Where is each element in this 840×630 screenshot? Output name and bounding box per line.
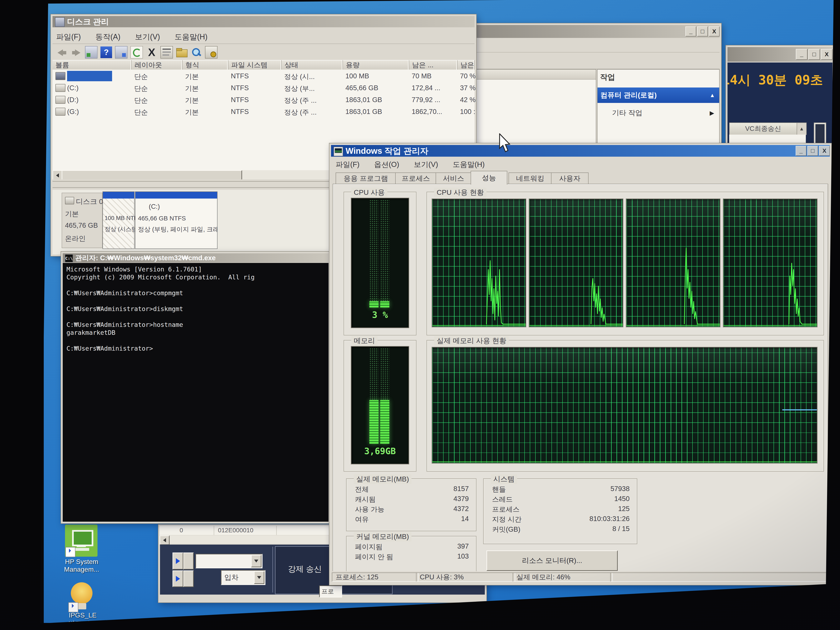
vc-column-header[interactable]: VC최종송신 — [729, 123, 797, 135]
send-label: 강제 송신 — [288, 564, 322, 575]
play-button-2[interactable] — [172, 570, 183, 587]
volume-row[interactable]: (G:) 단순 기본 NTFS 정상 (주 ... 1863,01 GB 186… — [52, 106, 475, 118]
maximize-button[interactable]: □ — [808, 49, 820, 60]
cpu-gauge: 3 % — [351, 198, 409, 328]
performance-panel: CPU 사용 3 % CPU 사용 현황 메모리 3,69 — [333, 184, 828, 572]
cmd-content[interactable]: Microsoft Windows [Version 6.1.7601] Cop… — [63, 263, 328, 522]
menu-file[interactable]: 파일(F) — [56, 32, 81, 42]
partial-box[interactable]: 프로 — [319, 586, 342, 597]
close-button[interactable]: X — [819, 146, 830, 156]
blank-button-1[interactable] — [183, 553, 194, 570]
compmgmt-titlebar[interactable]: _ □ X — [471, 25, 720, 38]
cmd-window: C:\ 관리자: C:₩Windows₩system32₩cmd.exe Mic… — [61, 252, 330, 523]
menu-file[interactable]: 파일(F) — [336, 159, 360, 169]
panes-icon[interactable] — [115, 46, 128, 58]
partition-c[interactable]: (C:) 465,66 GB NTFS 정상 (부팅, 페이지 파일, 크래 — [135, 191, 218, 249]
partition-system[interactable]: 100 MB NTFS 정상 (시스템, 활성 — [103, 191, 134, 249]
minimize-button[interactable]: _ — [796, 146, 807, 156]
play-button-1[interactable] — [172, 553, 183, 570]
volume-row[interactable]: 단순 기본 NTFS 정상 (시... 100 MB 70 MB 70 % — [52, 70, 475, 82]
taskmgr-menubar[interactable]: 파일(F) 옵션(O) 보기(V) 도움말(H) — [336, 158, 485, 171]
menu-view[interactable]: 보기(V) — [135, 32, 160, 42]
maximize-button[interactable]: □ — [697, 27, 708, 36]
scroll-thumb[interactable] — [62, 170, 242, 181]
compmgmt-toolbar[interactable] — [471, 52, 720, 69]
memory-gauge-group: 메모리 3,69GB — [344, 340, 417, 472]
menu-help[interactable]: 도움말(H) — [453, 159, 485, 169]
properties-icon[interactable] — [160, 46, 173, 58]
cmd-icon: C:\ — [65, 254, 73, 262]
selection-highlight — [67, 71, 112, 81]
maximize-button[interactable]: □ — [807, 146, 818, 156]
tab-processes[interactable]: 프로세스 — [395, 172, 436, 184]
tab-applications[interactable]: 응용 프로그램 — [336, 172, 396, 184]
volume-row[interactable]: (D:) 단순 기본 NTFS 정상 (주 ... 1863,01 GB 779… — [52, 94, 475, 106]
menu-help[interactable]: 도움말(H) — [175, 32, 207, 42]
task-manager-window: Windows 작업 관리자 _ □ X 파일(F) 옵션(O) 보기(V) 도… — [329, 143, 832, 585]
back-icon[interactable] — [56, 46, 68, 58]
grid-cell: 012E000010 — [218, 527, 253, 534]
diskmgmt-menubar[interactable]: 파일(F) 동작(A) 보기(V) 도움말(H) — [56, 31, 207, 43]
status-cpu: CPU 사용: 3% — [416, 573, 515, 582]
settings-icon[interactable] — [205, 46, 218, 58]
diskmgmt-toolbar[interactable]: ? X — [52, 44, 475, 61]
refresh-icon[interactable] — [130, 46, 143, 58]
volume-table-header[interactable]: 볼륨 레이아웃 형식 파일 시스템 상태 용량 남은 ... 남은 — [52, 60, 475, 69]
minimize-button[interactable]: _ — [685, 27, 696, 36]
delete-icon[interactable]: X — [146, 46, 158, 58]
sort-arrow-icon[interactable]: ▲ — [797, 123, 807, 135]
disk0-label-block[interactable]: 디스크 0 기본 465,76 GB 온라인 — [62, 193, 103, 248]
scroll-left-button[interactable] — [52, 170, 63, 181]
tab-services[interactable]: 서비스 — [436, 172, 472, 184]
resource-monitor-button[interactable]: 리소스 모니터(R)... — [486, 550, 618, 571]
actions-root-item[interactable]: 컴퓨터 관리(로컬) ▲ — [597, 87, 719, 103]
tab-networking[interactable]: 네트워킹 — [508, 172, 552, 184]
diskmgmt-titlebar[interactable]: 디스크 관리 — [52, 16, 475, 27]
blank-button-2[interactable] — [183, 570, 194, 587]
clock-time: 14시 30분 09초 — [728, 71, 832, 89]
expand-arrow-icon: ▶ — [710, 110, 714, 117]
menu-view[interactable]: 보기(V) — [414, 159, 438, 169]
folder-icon[interactable] — [176, 46, 188, 58]
combo-dropdown-icon[interactable] — [254, 571, 264, 584]
menu-options[interactable]: 옵션(O) — [374, 159, 399, 169]
volume-row[interactable]: (C:) 단순 기본 NTFS 정상 (부... 465,66 GB 172,8… — [52, 82, 475, 94]
taskmgr-tabs[interactable]: 응용 프로그램 프로세스 서비스 성능 네트워킹 사용자 — [333, 171, 828, 184]
cmd-titlebar[interactable]: C:\ 관리자: C:₩Windows₩system32₩cmd.exe — [63, 253, 328, 262]
disk0-size: 465,76 GB — [65, 221, 98, 229]
memory-gauge: 3,69GB — [351, 346, 409, 464]
tab-users[interactable]: 사용자 — [551, 172, 589, 184]
close-button[interactable]: X — [709, 27, 720, 36]
grid-cell: 0 — [180, 527, 183, 534]
cpu-percent-label: 3 % — [352, 310, 409, 320]
disk0-state: 온라인 — [65, 234, 85, 243]
status-processes: 프로세스: 125 — [332, 573, 418, 582]
ipgs-bulb-icon — [71, 582, 93, 604]
combo-dropdown-icon[interactable] — [251, 555, 262, 567]
taskmgr-titlebar[interactable]: Windows 작업 관리자 _ □ X — [331, 145, 830, 157]
window-title: 관리자: C:₩Windows₩system32₩cmd.exe — [75, 253, 216, 262]
combo-box-1[interactable] — [196, 554, 262, 568]
memory-value-label: 3,69GB — [352, 446, 409, 456]
desktop-icon-hp-system[interactable]: HP System Managem... — [65, 524, 98, 577]
close-button[interactable]: X — [821, 49, 832, 60]
hp-system-icon — [65, 524, 98, 557]
minimize-button[interactable]: _ — [796, 49, 807, 60]
column-header: 남은 ... — [409, 60, 458, 69]
menu-action[interactable]: 동작(A) — [95, 32, 120, 42]
cpu-history-graph-2 — [529, 199, 623, 327]
tab-performance[interactable]: 성능 — [471, 171, 507, 185]
console-tree-icon[interactable] — [85, 46, 98, 58]
search-icon[interactable] — [190, 46, 202, 58]
collapse-arrow-icon[interactable]: ▲ — [710, 92, 715, 98]
column-header: 용량 — [343, 60, 409, 69]
vc-clock-titlebar[interactable]: _ □ X — [728, 47, 832, 62]
column-header: 상태 — [282, 60, 343, 69]
help-icon[interactable]: ? — [100, 46, 112, 58]
forward-icon[interactable] — [70, 46, 82, 58]
cpu-gauge-group: CPU 사용 3 % — [344, 192, 417, 335]
compmgmt-menubar[interactable] — [471, 39, 720, 52]
actions-more-item[interactable]: 기타 작업 ▶ — [597, 106, 719, 120]
scroll-left-button[interactable] — [159, 535, 170, 545]
combo-box-2[interactable]: 입차 — [221, 570, 265, 585]
